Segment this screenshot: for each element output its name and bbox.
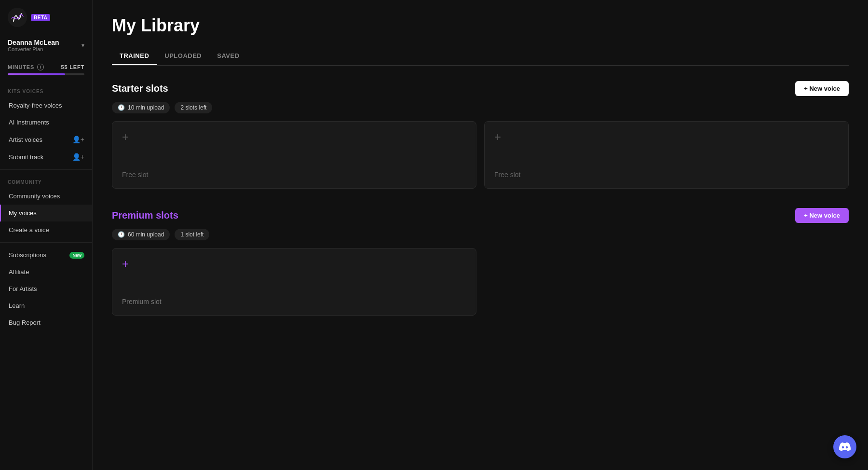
user-info: Deanna McLean Converter Plan xyxy=(8,39,59,52)
sidebar-item-submit-track[interactable]: Submit track 👤+ xyxy=(0,148,92,166)
beta-badge: BETA xyxy=(31,14,50,21)
user-section[interactable]: Deanna McLean Converter Plan ▾ xyxy=(0,35,92,60)
page-title: My Library xyxy=(112,15,849,36)
logo-icon xyxy=(8,8,27,27)
sidebar-item-my-voices[interactable]: My voices xyxy=(0,205,92,221)
premium-slots-section: Premium slots + New voice 🕐 60 min uploa… xyxy=(112,208,849,316)
sidebar-item-subscriptions[interactable]: Subscriptions New xyxy=(0,247,92,263)
slot-card-starter-2[interactable]: + Free slot xyxy=(484,121,849,189)
progress-bar-fill xyxy=(8,73,65,75)
user-plan: Converter Plan xyxy=(8,46,59,52)
sidebar-item-artist-voices[interactable]: Artist voices 👤+ xyxy=(0,131,92,148)
minutes-info-icon[interactable]: i xyxy=(37,64,44,70)
sidebar-item-for-artists[interactable]: For Artists xyxy=(0,280,92,297)
slot-card-starter-1[interactable]: + Free slot xyxy=(112,121,476,189)
slot-label-1: Free slot xyxy=(122,171,148,179)
minutes-label: MINUTES i 55 left xyxy=(8,64,84,70)
sidebar: BETA Deanna McLean Converter Plan ▾ MINU… xyxy=(0,0,93,470)
progress-bar-bg xyxy=(8,73,84,75)
premium-slots-grid: + Premium slot xyxy=(112,248,849,316)
discord-icon xyxy=(839,441,851,453)
tab-saved[interactable]: SAVED xyxy=(209,47,247,65)
tabs-bar: TRAINED UPLOADED SAVED xyxy=(112,47,849,66)
sidebar-item-bug-report[interactable]: Bug Report xyxy=(0,314,92,331)
new-badge: New xyxy=(69,252,84,259)
starter-slots-title: Starter slots xyxy=(112,83,168,94)
premium-slots-title: Premium slots xyxy=(112,210,178,221)
logo-wrap: BETA xyxy=(8,8,50,27)
sidebar-item-ai-instruments[interactable]: AI Instruments xyxy=(0,114,92,131)
premium-slots-meta: 🕐 60 min upload 1 slot left xyxy=(112,229,849,240)
logo-area: BETA xyxy=(0,0,92,35)
add-user-icon-2: 👤+ xyxy=(72,153,84,161)
main-content: My Library TRAINED UPLOADED SAVED Starte… xyxy=(93,0,868,470)
slot-card-premium-1[interactable]: + Premium slot xyxy=(112,248,476,316)
tab-trained[interactable]: TRAINED xyxy=(112,47,157,65)
clock-icon-starter: 🕐 xyxy=(118,104,125,111)
starter-slots-grid: + Free slot + Free slot xyxy=(112,121,849,189)
slot-label-2: Free slot xyxy=(494,171,520,179)
add-user-icon: 👤+ xyxy=(72,136,84,143)
sidebar-item-royalty-free[interactable]: Royalty-free voices xyxy=(0,97,92,114)
sidebar-item-create-voice[interactable]: Create a voice xyxy=(0,221,92,238)
clock-icon-premium: 🕐 xyxy=(118,231,125,238)
new-voice-button-premium[interactable]: + New voice xyxy=(795,208,849,223)
premium-slots-left-badge: 1 slot left xyxy=(175,229,209,240)
divider-1 xyxy=(0,169,92,170)
tab-uploaded[interactable]: UPLOADED xyxy=(157,47,209,65)
discord-button[interactable] xyxy=(833,435,856,458)
new-voice-button-starter[interactable]: + New voice xyxy=(795,81,849,96)
divider-2 xyxy=(0,242,92,243)
starter-slots-meta: 🕐 10 min upload 2 slots left xyxy=(112,102,849,113)
premium-upload-badge: 🕐 60 min upload xyxy=(112,229,170,240)
community-label: COMMUNITY xyxy=(0,174,92,188)
premium-slots-header: Premium slots + New voice xyxy=(112,208,849,223)
kits-voices-label: KITS VOICES xyxy=(0,83,92,97)
chevron-down-icon: ▾ xyxy=(81,42,84,49)
sidebar-item-learn[interactable]: Learn xyxy=(0,297,92,314)
slot-plus-icon-2: + xyxy=(494,131,501,143)
slot-plus-icon-premium: + xyxy=(122,258,129,270)
starter-upload-badge: 🕐 10 min upload xyxy=(112,102,170,113)
minutes-left: 55 left xyxy=(61,64,84,70)
starter-slots-section: Starter slots + New voice 🕐 10 min uploa… xyxy=(112,81,849,189)
sidebar-item-affiliate[interactable]: Affiliate xyxy=(0,263,92,280)
slot-plus-icon-1: + xyxy=(122,131,129,143)
user-name: Deanna McLean xyxy=(8,39,59,46)
slot-label-premium: Premium slot xyxy=(122,298,162,305)
starter-slots-left-badge: 2 slots left xyxy=(175,102,212,113)
starter-slots-header: Starter slots + New voice xyxy=(112,81,849,96)
minutes-section: MINUTES i 55 left xyxy=(0,60,92,83)
sidebar-item-community-voices[interactable]: Community voices xyxy=(0,188,92,205)
